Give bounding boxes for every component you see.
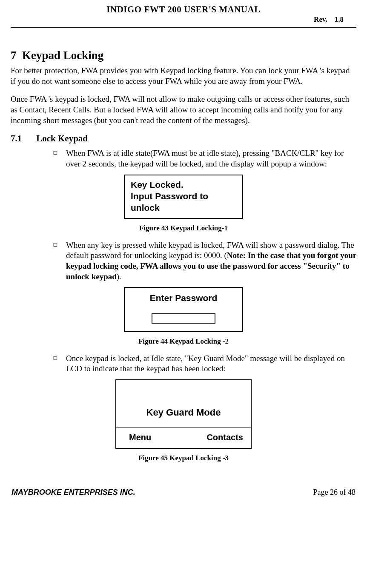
intro-paragraph-2: Once FWA 's keypad is locked, FWA will n… xyxy=(11,94,356,126)
subsection-heading: 7.1 Lock Keypad xyxy=(11,133,356,144)
bullet-item-2: When any key is pressed while keypad is … xyxy=(53,240,356,282)
footer-company: MAYBROOKE ENTERPRISES INC. xyxy=(11,488,135,497)
softkey-right: Contacts xyxy=(206,432,243,443)
dialog-line-1: Key Locked. xyxy=(131,179,236,190)
bullet-list: When any key is pressed while keypad is … xyxy=(11,240,356,282)
document-page: INDIGO FWT 200 USER'S MANUAL Rev. 1.8 7 … xyxy=(0,0,367,505)
bullet-item-1: When FWA is at idle state(FWA must be at… xyxy=(53,148,356,169)
key-guard-mode-dialog: Key Guard Mode Menu Contacts xyxy=(115,379,252,449)
page-header: INDIGO FWT 200 USER'S MANUAL Rev. 1.8 xyxy=(11,4,356,28)
bullet-list: Once keypad is locked, at Idle state, "K… xyxy=(11,353,356,374)
figure-44-caption: Figure 44 Keypad Locking -2 xyxy=(11,337,356,346)
revision-label: Rev. xyxy=(314,15,327,23)
bullet-2-post: ). xyxy=(117,272,121,281)
revision-value: 1.8 xyxy=(335,15,344,23)
section-heading: 7 Keypad Locking xyxy=(11,49,356,62)
revision-info: Rev. 1.8 xyxy=(314,15,344,24)
enter-password-title: Enter Password xyxy=(131,292,236,304)
subsection-title-text: Lock Keypad xyxy=(36,133,88,143)
password-input-field xyxy=(152,313,215,324)
figure-45-caption: Figure 45 Keypad Locking -3 xyxy=(11,454,356,462)
bullet-list: When FWA is at idle state(FWA must be at… xyxy=(11,148,356,169)
section-title-text: Keypad Locking xyxy=(22,49,103,62)
softkey-left: Menu xyxy=(129,432,151,443)
softkey-bar: Menu Contacts xyxy=(116,427,251,448)
dialog-line-2: Input Password to unlock xyxy=(131,190,236,214)
bullet-item-3: Once keypad is locked, at Idle state, "K… xyxy=(53,353,356,374)
figure-43-caption: Figure 43 Keypad Locking-1 xyxy=(11,224,356,232)
intro-paragraph-1: For better protection, FWA provides you … xyxy=(11,66,356,86)
footer-page: Page 26 of 48 xyxy=(313,488,356,497)
document-title: INDIGO FWT 200 USER'S MANUAL xyxy=(11,4,356,15)
subsection-number: 7.1 xyxy=(11,133,34,144)
page-footer: MAYBROOKE ENTERPRISES INC. Page 26 of 48 xyxy=(11,488,356,497)
section-number: 7 xyxy=(11,49,17,62)
header-divider xyxy=(11,27,356,28)
enter-password-dialog: Enter Password xyxy=(124,287,243,332)
key-locked-dialog: Key Locked. Input Password to unlock xyxy=(124,175,243,219)
key-guard-message: Key Guard Mode xyxy=(116,380,251,427)
